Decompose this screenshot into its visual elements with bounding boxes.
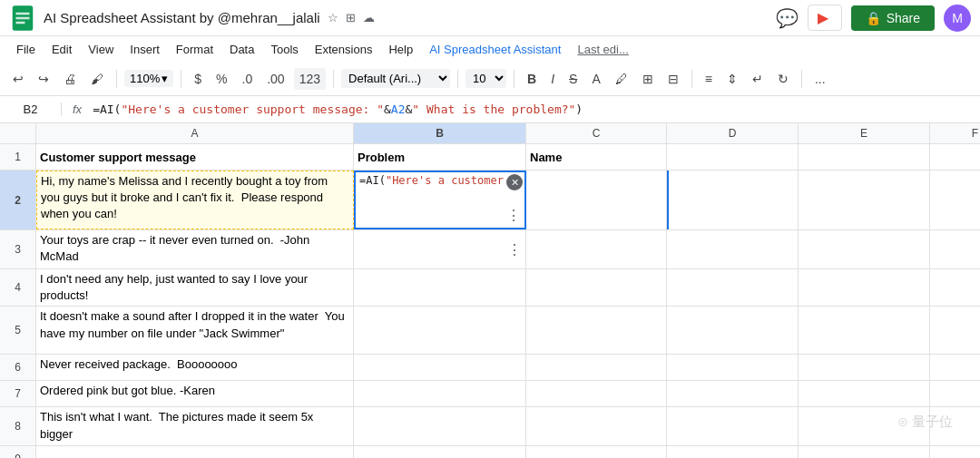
chat-button[interactable]: 💬 [776, 7, 799, 29]
bold-button[interactable]: B [522, 68, 542, 90]
menu-data[interactable]: Data [222, 40, 261, 59]
undo-button[interactable]: ↩ [7, 68, 29, 90]
cell-e1[interactable] [799, 144, 930, 170]
cell-a8[interactable]: This isn't what I want. The pictures mad… [36, 407, 354, 445]
formula-bar-content[interactable]: =AI("Here's a customer support message: … [93, 102, 973, 116]
cell-a3[interactable]: Your toys are crap -- it never even turn… [36, 230, 354, 268]
cell-b1[interactable]: Problem [354, 144, 526, 170]
col-header-e[interactable]: E [799, 123, 930, 143]
zoom-selector[interactable]: 110% ▾ [124, 70, 173, 87]
cell-a2[interactable]: Hi, my name's Melissa and I recently bou… [36, 171, 354, 229]
cell-c9[interactable] [526, 446, 667, 458]
borders-button[interactable]: ⊞ [637, 68, 659, 90]
cell-a9[interactable] [36, 446, 354, 458]
cell-a5[interactable]: It doesn't make a sound after I dropped … [36, 307, 354, 354]
cell-c7[interactable] [526, 381, 667, 406]
cell-d7[interactable] [667, 381, 799, 406]
cell-c4[interactable] [526, 269, 667, 306]
cell-a1[interactable]: Customer support message [36, 144, 354, 170]
cell-e5[interactable] [799, 307, 930, 354]
cell-d8[interactable] [667, 407, 799, 445]
italic-button[interactable]: I [545, 68, 560, 90]
cell-d3[interactable] [667, 230, 799, 268]
cell-b5[interactable] [354, 307, 526, 354]
percent-button[interactable]: % [211, 68, 232, 90]
cell-c8[interactable] [526, 407, 667, 445]
cell-e7[interactable] [799, 381, 930, 406]
dots-menu-button[interactable]: ⋮ [506, 207, 521, 224]
cell-d1[interactable] [667, 144, 799, 170]
cell-b8[interactable] [354, 407, 526, 445]
fontsize-selector[interactable]: 10 [466, 69, 506, 88]
cell-b3[interactable]: ⋮ [354, 230, 526, 268]
valign-button[interactable]: ⇕ [721, 68, 743, 90]
cell-e4[interactable] [799, 269, 930, 306]
menu-format[interactable]: Format [169, 40, 220, 59]
currency-button[interactable]: $ [189, 68, 207, 90]
font-selector[interactable]: Default (Ari...) [341, 69, 450, 88]
cell-e3[interactable] [799, 230, 930, 268]
menu-ai-assistant[interactable]: AI Spreadsheet Assistant [422, 40, 568, 59]
highlight-button[interactable]: 🖊 [610, 68, 633, 90]
cell-d4[interactable] [667, 269, 799, 306]
decimal-decrease[interactable]: .0 [237, 68, 259, 90]
cell-f1[interactable] [930, 144, 980, 170]
meet-button[interactable]: ▶ [808, 5, 842, 31]
cell-d2[interactable] [667, 171, 799, 229]
cell-f2[interactable] [930, 171, 980, 229]
cell-f6[interactable] [930, 355, 980, 380]
decimal-increase[interactable]: .00 [261, 68, 289, 90]
star-icon[interactable]: ☆ [328, 11, 338, 24]
menu-last-edited[interactable]: Last edi... [570, 40, 635, 59]
cell-a6[interactable]: Never received package. Boooooooo [36, 355, 354, 380]
format-123[interactable]: 123 [294, 68, 326, 90]
cell-f9[interactable] [930, 446, 980, 458]
dots-row3[interactable]: ⋮ [507, 241, 522, 258]
cell-c6[interactable] [526, 355, 667, 380]
menu-extensions[interactable]: Extensions [308, 40, 380, 59]
merge-button[interactable]: ⊟ [662, 68, 684, 90]
cell-b6[interactable] [354, 355, 526, 380]
cell-b9[interactable] [354, 446, 526, 458]
font-color-button[interactable]: A [586, 68, 605, 90]
cell-reference[interactable]: B2 [7, 102, 62, 116]
menu-view[interactable]: View [81, 40, 121, 59]
more-button[interactable]: ... [809, 68, 831, 90]
cell-c3[interactable] [526, 230, 667, 268]
cell-b2[interactable]: =AI("Here's a customer support message: … [354, 171, 526, 229]
halign-button[interactable]: ≡ [700, 68, 718, 90]
cell-a7[interactable]: Ordered pink but got blue. -Karen [36, 381, 354, 406]
cell-f3[interactable] [930, 230, 980, 268]
cell-e9[interactable] [799, 446, 930, 458]
rotate-button[interactable]: ↻ [772, 68, 794, 90]
col-header-d[interactable]: D [667, 123, 799, 143]
menu-tools[interactable]: Tools [263, 40, 305, 59]
cell-c2[interactable] [526, 171, 667, 229]
cell-b4[interactable] [354, 269, 526, 306]
paint-format-button[interactable]: 🖌 [85, 68, 109, 90]
col-header-a[interactable]: A [36, 123, 354, 143]
col-header-f[interactable]: F [930, 123, 980, 143]
cloud-icon[interactable]: ☁ [363, 11, 375, 24]
menu-file[interactable]: File [9, 40, 43, 59]
cell-a4[interactable]: I don't need any help, just wanted to sa… [36, 269, 354, 306]
avatar[interactable]: M [944, 5, 971, 32]
cell-d9[interactable] [667, 446, 799, 458]
print-button[interactable]: 🖨 [58, 68, 82, 90]
cell-c1[interactable]: Name [526, 144, 667, 170]
col-header-b[interactable]: B [354, 123, 526, 143]
cell-d5[interactable] [667, 307, 799, 354]
cell-b7[interactable] [354, 381, 526, 406]
close-button[interactable]: ✕ [506, 174, 523, 190]
cell-c5[interactable] [526, 307, 667, 354]
strikethrough-button[interactable]: S [564, 68, 583, 90]
cell-f7[interactable] [930, 381, 980, 406]
menu-insert[interactable]: Insert [122, 40, 167, 59]
cell-e6[interactable] [799, 355, 930, 380]
share-button[interactable]: 🔒 Share [851, 5, 935, 31]
col-header-c[interactable]: C [526, 123, 667, 143]
menu-help[interactable]: Help [381, 40, 420, 59]
cell-f4[interactable] [930, 269, 980, 306]
cell-e2[interactable] [799, 171, 930, 229]
folder-icon[interactable]: ⊞ [346, 11, 356, 24]
